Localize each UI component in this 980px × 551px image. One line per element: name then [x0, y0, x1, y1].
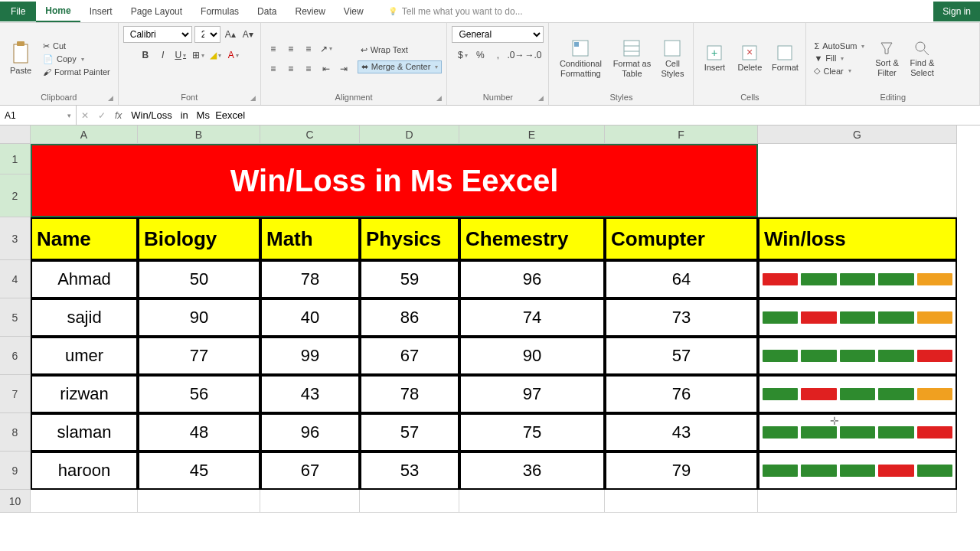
format-cells-button[interactable]: Format	[769, 31, 801, 86]
data-cell[interactable]: 53	[360, 452, 459, 490]
data-cell[interactable]: 43	[605, 413, 758, 452]
borders-button[interactable]: ⊞	[191, 47, 206, 63]
data-cell[interactable]: 90	[459, 337, 605, 375]
data-cell[interactable]: 90	[138, 298, 260, 337]
column-header-B[interactable]: B	[138, 126, 260, 144]
header-cell[interactable]: Biology	[138, 217, 260, 260]
title-cell[interactable]: Win/Loss in Ms Eexcel	[31, 144, 758, 217]
format-as-table-button[interactable]: Format as Table	[610, 31, 653, 86]
increase-font-button[interactable]: A▴	[223, 27, 238, 42]
clear-button[interactable]: ◇ Clear	[811, 65, 867, 77]
row-header-6[interactable]: 6	[0, 337, 31, 375]
tab-home[interactable]: Home	[36, 1, 80, 22]
data-cell[interactable]: 59	[360, 260, 459, 298]
fill-button[interactable]: ▼ Fill	[811, 53, 867, 64]
number-launcher[interactable]: ◢	[538, 94, 544, 102]
tab-review[interactable]: Review	[286, 2, 334, 21]
find-select-button[interactable]: Find & Select	[906, 31, 938, 86]
tell-me-search[interactable]: Tell me what you want to do...	[388, 6, 523, 17]
cell-empty[interactable]	[360, 490, 459, 513]
column-header-F[interactable]: F	[605, 126, 758, 144]
font-launcher[interactable]: ◢	[250, 94, 256, 102]
column-header-G[interactable]: G	[758, 126, 957, 144]
cell-empty[interactable]	[260, 490, 360, 513]
data-cell[interactable]: 48	[138, 413, 260, 452]
increase-decimal-button[interactable]: .0→	[508, 47, 523, 63]
row-header-5[interactable]: 5	[0, 298, 31, 337]
header-cell[interactable]: Name	[31, 217, 138, 260]
bold-button[interactable]: B	[138, 47, 153, 63]
paste-button[interactable]: Paste	[5, 31, 37, 86]
column-header-E[interactable]: E	[459, 126, 605, 144]
merge-center-button[interactable]: ⬌ Merge & Center	[358, 60, 443, 73]
name-cell[interactable]: haroon	[31, 452, 138, 490]
column-header-A[interactable]: A	[31, 126, 138, 144]
conditional-formatting-button[interactable]: Conditional Formatting	[554, 31, 607, 86]
cell-empty[interactable]	[138, 490, 260, 513]
data-cell[interactable]: 77	[138, 337, 260, 375]
tab-data[interactable]: Data	[248, 2, 286, 21]
sparkline-cell[interactable]	[758, 337, 957, 375]
data-cell[interactable]: 67	[360, 337, 459, 375]
row-header-2[interactable]: 2	[0, 174, 31, 217]
increase-indent-button[interactable]: ⇥	[336, 61, 351, 77]
select-all-corner[interactable]	[0, 126, 31, 144]
data-cell[interactable]: 36	[459, 452, 605, 490]
comma-button[interactable]: ,	[490, 47, 505, 63]
cut-button[interactable]: ✂ Cut	[40, 41, 113, 52]
cell-styles-button[interactable]: Cell Styles	[656, 31, 688, 86]
data-cell[interactable]: 57	[360, 413, 459, 452]
header-cell[interactable]: Chemestry	[459, 217, 605, 260]
accounting-format-button[interactable]: $	[455, 47, 470, 63]
row-header-3[interactable]: 3	[0, 217, 31, 260]
name-cell[interactable]: Ahmad	[31, 260, 138, 298]
data-cell[interactable]: 96	[260, 413, 360, 452]
name-cell[interactable]: slaman	[31, 413, 138, 452]
data-cell[interactable]: 73	[605, 298, 758, 337]
autosum-button[interactable]: Σ AutoSum	[811, 41, 867, 51]
row-header-7[interactable]: 7	[0, 375, 31, 413]
sparkline-cell[interactable]	[758, 260, 957, 298]
row-header-10[interactable]: 10	[0, 490, 31, 513]
tab-file[interactable]: File	[0, 2, 36, 21]
enter-formula-icon[interactable]: ✓	[93, 110, 110, 121]
data-cell[interactable]: 76	[605, 375, 758, 413]
data-cell[interactable]: 57	[605, 337, 758, 375]
alignment-launcher[interactable]: ◢	[436, 94, 442, 102]
fx-icon[interactable]: fx	[110, 110, 126, 121]
name-cell[interactable]: umer	[31, 337, 138, 375]
cell-empty[interactable]	[605, 490, 758, 513]
data-cell[interactable]: 74	[459, 298, 605, 337]
wrap-text-button[interactable]: ↩ Wrap Text	[358, 44, 443, 56]
tab-view[interactable]: View	[335, 2, 373, 21]
insert-cells-button[interactable]: +Insert	[698, 31, 730, 86]
decrease-indent-button[interactable]: ⇤	[318, 61, 334, 77]
sparkline-cell[interactable]	[758, 452, 957, 490]
font-color-button[interactable]: A	[226, 47, 241, 63]
orientation-button[interactable]: ↗	[318, 41, 334, 57]
align-center-button[interactable]: ≡	[283, 61, 299, 77]
align-right-button[interactable]: ≡	[301, 61, 316, 77]
align-bottom-button[interactable]: ≡	[301, 41, 316, 57]
font-name-combo[interactable]: Calibri	[123, 26, 192, 43]
cell-empty[interactable]	[31, 490, 138, 513]
italic-button[interactable]: I	[155, 47, 171, 63]
header-cell[interactable]: Comupter	[605, 217, 758, 260]
cell-empty[interactable]	[758, 144, 957, 217]
percent-button[interactable]: %	[472, 47, 488, 63]
column-header-C[interactable]: C	[260, 126, 360, 144]
number-format-combo[interactable]: General	[452, 26, 544, 43]
align-middle-button[interactable]: ≡	[283, 41, 299, 57]
data-cell[interactable]: 96	[459, 260, 605, 298]
name-box[interactable]: A1	[0, 106, 77, 125]
fill-color-button[interactable]: ◢	[208, 47, 224, 63]
cancel-formula-icon[interactable]: ✕	[77, 110, 93, 121]
data-cell[interactable]: 99	[260, 337, 360, 375]
decrease-decimal-button[interactable]: →.0	[525, 47, 541, 63]
cell-empty[interactable]	[459, 490, 605, 513]
data-cell[interactable]: 78	[360, 375, 459, 413]
underline-button[interactable]: U	[173, 47, 188, 63]
format-painter-button[interactable]: 🖌 Format Painter	[40, 67, 113, 77]
cell-empty[interactable]	[758, 490, 957, 513]
sparkline-cell[interactable]	[758, 298, 957, 337]
